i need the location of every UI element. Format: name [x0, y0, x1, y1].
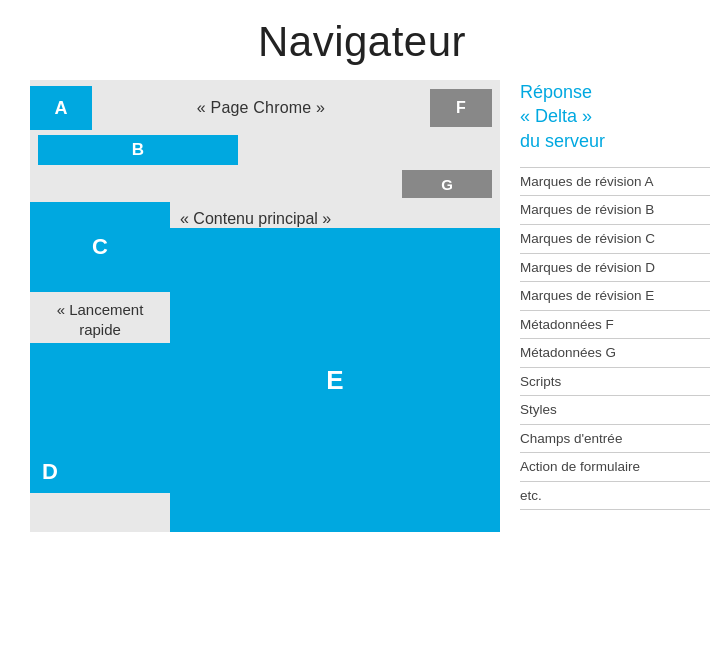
sidebar-d: D: [30, 343, 170, 493]
page-title: Navigateur: [0, 0, 724, 80]
revision-list-item: Marques de révision D: [520, 254, 710, 283]
revision-list-item: Champs d'entrée: [520, 425, 710, 454]
content-header: « Contenu principal »: [170, 202, 500, 228]
revision-list-item: Marques de révision C: [520, 225, 710, 254]
revision-list-item: Métadonnées G: [520, 339, 710, 368]
page-chrome-label: « Page Chrome »: [98, 99, 424, 117]
main-layout: A « Page Chrome » F B G C « Lancement ra…: [0, 80, 724, 532]
browser-diagram: A « Page Chrome » F B G C « Lancement ra…: [30, 80, 500, 532]
tab-f[interactable]: F: [430, 89, 492, 127]
browser-content: C « Lancement rapide D « Contenu princip…: [30, 202, 500, 532]
tab-a[interactable]: A: [30, 86, 92, 130]
sidebar-panel: C « Lancement rapide D: [30, 202, 170, 532]
revision-list-item: Scripts: [520, 368, 710, 397]
revision-list-item: Marques de révision E: [520, 282, 710, 311]
chrome-bar: A « Page Chrome » F: [30, 80, 500, 130]
content-e-body: E: [170, 228, 500, 532]
revision-list: Marques de révision AMarques de révision…: [520, 167, 710, 511]
address-bar-b[interactable]: B: [38, 135, 238, 165]
sidebar-launch-label: « Lancement rapide: [30, 292, 170, 343]
revision-list-item: Marques de révision B: [520, 196, 710, 225]
revision-list-item: Métadonnées F: [520, 311, 710, 340]
revision-list-item: Marques de révision A: [520, 168, 710, 197]
revision-list-item: etc.: [520, 482, 710, 511]
response-title: Réponse « Delta » du serveur: [520, 80, 710, 153]
address-bar-row: B: [30, 130, 500, 165]
second-toolbar-row: G: [30, 165, 500, 202]
revision-list-item: Styles: [520, 396, 710, 425]
right-panel: Réponse « Delta » du serveur Marques de …: [500, 80, 710, 510]
revision-list-item: Action de formulaire: [520, 453, 710, 482]
main-content-e: « Contenu principal » E: [170, 202, 500, 532]
toolbar-g[interactable]: G: [402, 170, 492, 198]
sidebar-c: C: [30, 202, 170, 292]
